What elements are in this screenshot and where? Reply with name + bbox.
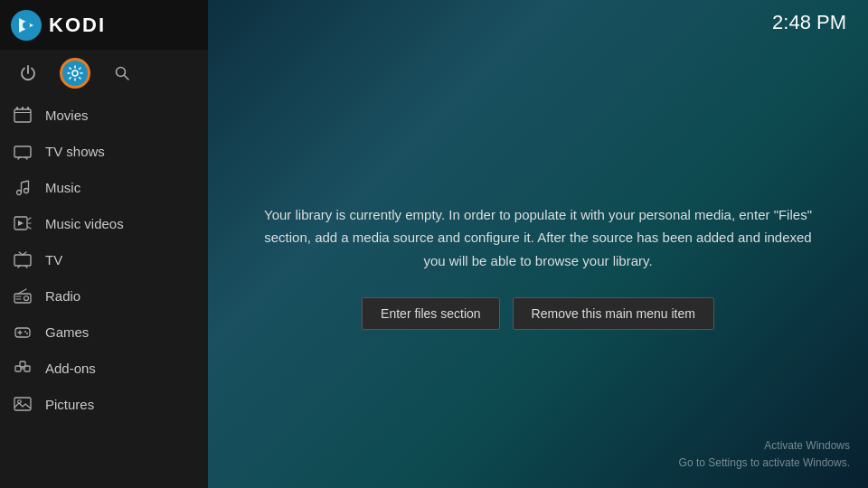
kodi-logo-icon — [11, 10, 42, 41]
tv-label: TV — [45, 252, 62, 267]
movies-label: Movies — [45, 108, 89, 123]
activate-windows-watermark: Activate Windows Go to Settings to activ… — [679, 437, 850, 472]
action-buttons: Enter files section Remove this main men… — [362, 297, 714, 330]
sidebar: KODI — [0, 0, 208, 488]
svg-rect-6 — [14, 109, 31, 122]
games-label: Games — [45, 324, 89, 340]
sidebar-item-tv[interactable]: TV — [0, 241, 208, 277]
svg-line-26 — [28, 227, 31, 229]
svg-line-5 — [125, 76, 129, 80]
svg-point-17 — [17, 191, 22, 195]
musicvideos-icon — [13, 213, 33, 233]
pictures-label: Pictures — [45, 397, 94, 412]
sidebar-item-musicvideos[interactable]: Music videos — [0, 205, 208, 241]
clock: 2:48 PM — [772, 11, 846, 34]
sidebar-item-movies[interactable]: Movies — [0, 97, 208, 133]
pictures-icon — [13, 394, 33, 414]
activate-windows-line1: Activate Windows — [679, 437, 850, 455]
enter-files-button[interactable]: Enter files section — [362, 297, 500, 330]
svg-line-36 — [18, 289, 26, 294]
music-label: Music — [45, 180, 80, 195]
svg-line-20 — [22, 181, 29, 183]
addons-icon — [13, 358, 33, 378]
svg-rect-27 — [14, 255, 31, 266]
sidebar-item-tvshows[interactable]: TV shows — [0, 133, 208, 169]
main-content: 2:48 PM Your library is currently empty.… — [208, 0, 868, 488]
svg-rect-47 — [14, 398, 31, 410]
center-area: Your library is currently empty. In orde… — [208, 45, 868, 488]
movies-icon — [13, 105, 33, 125]
svg-point-3 — [72, 70, 78, 76]
svg-marker-23 — [18, 221, 24, 226]
music-icon — [13, 177, 33, 197]
musicvideos-label: Music videos — [45, 216, 124, 231]
svg-point-33 — [24, 296, 29, 301]
tv-icon — [13, 249, 33, 269]
app-title: KODI — [49, 14, 106, 37]
sidebar-item-radio[interactable]: Radio — [0, 277, 208, 314]
activate-windows-line2: Go to Settings to activate Windows. — [679, 455, 850, 472]
svg-point-40 — [24, 331, 26, 333]
games-icon — [13, 322, 33, 342]
svg-rect-14 — [14, 146, 31, 157]
settings-button[interactable] — [60, 58, 90, 89]
sidebar-item-addons[interactable]: Add-ons — [0, 350, 208, 386]
remove-menu-item-button[interactable]: Remove this main menu item — [513, 297, 714, 330]
tvshows-icon — [13, 141, 33, 161]
sidebar-nav: Movies TV shows — [0, 97, 208, 488]
empty-library-message: Your library is currently empty. In orde… — [262, 203, 814, 273]
sidebar-item-music[interactable]: Music — [0, 169, 208, 205]
tvshows-label: TV shows — [45, 144, 105, 159]
svg-line-24 — [28, 218, 31, 220]
sidebar-header: KODI — [0, 0, 208, 50]
radio-label: Radio — [45, 288, 80, 304]
sidebar-item-pictures[interactable]: Pictures — [0, 386, 208, 422]
addons-label: Add-ons — [45, 361, 96, 376]
power-button[interactable] — [13, 58, 43, 89]
radio-icon — [13, 286, 33, 305]
svg-point-41 — [26, 333, 28, 334]
sidebar-icon-row — [0, 50, 208, 97]
search-button[interactable] — [107, 58, 137, 89]
svg-point-18 — [24, 189, 29, 193]
top-bar: 2:48 PM — [208, 0, 868, 45]
svg-point-2 — [23, 22, 30, 29]
sidebar-item-games[interactable]: Games — [0, 314, 208, 350]
